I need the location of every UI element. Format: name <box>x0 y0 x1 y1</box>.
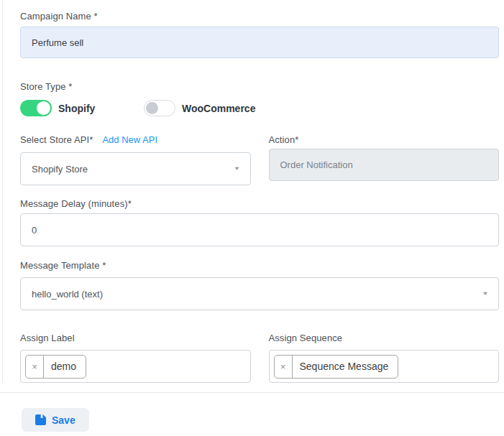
assign-sequence-group: Assign Sequence × Sequence Message <box>269 333 500 383</box>
save-button-label: Save <box>52 414 75 426</box>
store-api-selected-value: Shopify Store <box>32 164 88 175</box>
tag-remove-icon[interactable]: × <box>275 356 293 378</box>
sequence-tag: × Sequence Message <box>274 355 399 379</box>
api-action-row: Select Store API* Add New API Shopify St… <box>20 134 499 185</box>
message-template-select[interactable]: hello_world (text) ▼ <box>20 277 499 310</box>
campaign-form-body: Campaign Name * Store Type * Shopify Woo… <box>2 0 504 383</box>
store-type-toggle-row: Shopify WooCommerce <box>20 100 499 116</box>
message-delay-label: Message Delay (minutes)* <box>20 198 499 209</box>
store-api-label: Select Store API* <box>20 134 93 145</box>
shopify-toggle-label: Shopify <box>58 103 95 114</box>
label-tag: × demo <box>25 355 86 379</box>
toggle-knob <box>146 102 158 114</box>
message-template-selected-value: hello_world (text) <box>32 289 103 300</box>
tag-text: demo <box>44 356 86 378</box>
assign-row: Assign Label × demo Assign Sequence × Se… <box>20 333 499 383</box>
message-delay-group: Message Delay (minutes)* <box>20 198 499 246</box>
assign-label-input[interactable]: × demo <box>20 350 251 383</box>
action-group: Action* <box>269 134 500 185</box>
form-footer: Save <box>0 392 504 436</box>
tag-text: Sequence Message <box>293 356 398 378</box>
chevron-down-icon: ▼ <box>234 166 241 172</box>
chevron-down-icon: ▼ <box>482 291 489 297</box>
save-icon <box>35 414 46 425</box>
assign-sequence-input[interactable]: × Sequence Message <box>269 350 500 383</box>
campaign-name-input[interactable] <box>20 27 499 58</box>
store-api-select[interactable]: Shopify Store ▼ <box>20 152 251 185</box>
message-delay-input[interactable] <box>20 213 499 246</box>
message-template-label: Message Template * <box>20 260 499 271</box>
campaign-name-group: Campaign Name * <box>20 11 499 58</box>
assign-sequence-label: Assign Sequence <box>269 333 500 343</box>
assign-label-label: Assign Label <box>20 333 251 343</box>
toggle-knob <box>37 101 50 115</box>
woocommerce-toggle-label: WooCommerce <box>182 103 255 114</box>
action-label: Action* <box>269 134 500 145</box>
add-new-api-link[interactable]: Add New API <box>102 134 157 145</box>
store-api-group: Select Store API* Add New API Shopify St… <box>20 134 251 185</box>
campaign-form-page: Campaign Name * Store Type * Shopify Woo… <box>0 0 504 436</box>
shopify-toggle-item[interactable]: Shopify <box>20 100 144 116</box>
action-input <box>269 149 500 181</box>
assign-label-group: Assign Label × demo <box>20 333 251 383</box>
woocommerce-toggle-switch[interactable] <box>144 100 175 116</box>
shopify-toggle-switch[interactable] <box>20 100 52 116</box>
save-button[interactable]: Save <box>22 408 89 432</box>
store-api-label-row: Select Store API* Add New API <box>20 134 251 145</box>
campaign-name-label: Campaign Name * <box>20 11 499 22</box>
tag-remove-icon[interactable]: × <box>26 356 44 378</box>
store-type-group: Store Type * Shopify WooCommerce <box>20 81 499 116</box>
store-type-label: Store Type * <box>20 81 499 92</box>
message-template-group: Message Template * hello_world (text) ▼ <box>20 260 499 310</box>
woocommerce-toggle-item[interactable]: WooCommerce <box>144 100 255 116</box>
